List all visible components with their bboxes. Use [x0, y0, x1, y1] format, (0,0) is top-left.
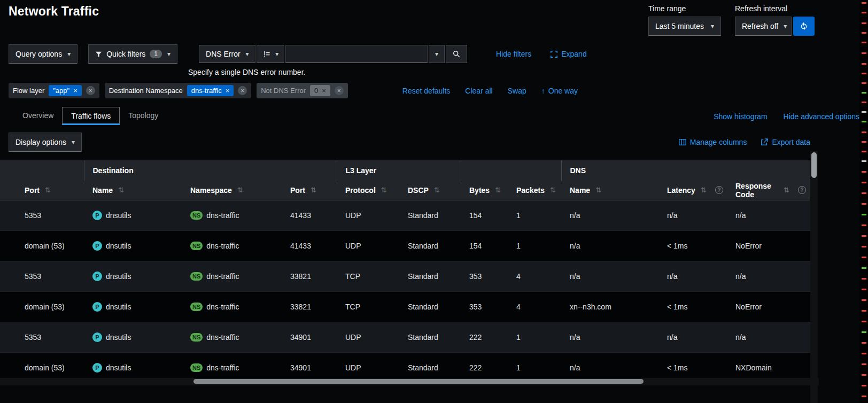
refresh-button[interactable] — [793, 17, 815, 36]
sort-icon[interactable]: ⇅ — [701, 186, 707, 194]
sort-icon[interactable]: ⇅ — [595, 186, 601, 194]
chevron-down-icon: ▾ — [435, 50, 438, 58]
horizontal-scrollbar-thumb[interactable] — [193, 379, 644, 384]
table-row[interactable]: domain (53) Pdnsutils NSdns-traffic 4143… — [0, 230, 810, 261]
namespace-badge: NS — [190, 242, 203, 250]
refresh-interval-dropdown[interactable]: Refresh off ▾ — [735, 17, 792, 36]
page-title: Network Traffic — [9, 4, 99, 36]
column-header-packets[interactable]: Packets⇅ — [508, 181, 561, 200]
namespace-badge: NS — [190, 303, 203, 311]
chevron-down-icon: ▾ — [162, 50, 170, 58]
pod-badge: P — [92, 363, 102, 373]
clear-all-link[interactable]: Clear all — [465, 87, 492, 95]
chip-group-remove-icon[interactable]: × — [86, 86, 95, 95]
chip-remove-icon[interactable]: × — [226, 87, 230, 94]
one-way-link[interactable]: ↑ One way — [541, 87, 578, 95]
sort-icon[interactable]: ⇅ — [434, 186, 440, 194]
vertical-scrollbar[interactable] — [810, 151, 818, 403]
reset-defaults-link[interactable]: Reset defaults — [402, 87, 451, 95]
hide-advanced-options-link[interactable]: Hide advanced options — [784, 112, 859, 121]
chevron-down-icon: ▾ — [62, 50, 71, 58]
chip-remove-icon[interactable]: × — [73, 87, 78, 94]
sort-icon[interactable]: ⇅ — [311, 186, 316, 194]
manage-columns-link[interactable]: Manage columns — [679, 138, 747, 146]
table-row[interactable]: 5353 Pdnsutils NSdns-traffic 34901 UDP S… — [0, 322, 810, 352]
chevron-down-icon: ▾ — [778, 22, 787, 30]
chip-group-not-dns-error: Not DNS Error 0 × × — [257, 83, 348, 98]
tabs-row: Overview Traffic flows Topology Show his… — [0, 98, 868, 125]
tab-overview[interactable]: Overview — [14, 107, 62, 125]
chevron-down-icon: ▾ — [241, 50, 249, 58]
sort-icon[interactable]: ⇅ — [550, 186, 556, 194]
filter-chip[interactable]: dns-traffic × — [187, 85, 234, 96]
chip-remove-icon[interactable]: × — [322, 87, 326, 94]
filter-suggestions-dropdown[interactable]: ▾ — [429, 45, 445, 63]
comparator-dropdown[interactable]: != ▾ — [257, 45, 284, 63]
refresh-interval-label: Refresh interval — [735, 4, 815, 13]
group-header-dns: DNS — [561, 160, 810, 181]
chevron-down-icon: ▾ — [66, 138, 75, 146]
filter-chip[interactable]: 0 × — [310, 85, 330, 96]
column-header-dns-latency[interactable]: Latency⇅? — [658, 181, 727, 200]
column-header-dst-namespace[interactable]: Namespace⇅ — [182, 181, 282, 200]
vertical-scrollbar-thumb[interactable] — [811, 152, 817, 178]
pod-badge: P — [92, 211, 102, 220]
time-range-dropdown[interactable]: Last 5 minutes ▾ — [648, 17, 721, 36]
sort-icon[interactable]: ⇅ — [118, 186, 124, 194]
help-icon[interactable]: ? — [798, 186, 806, 194]
filter-chip[interactable]: "app" × — [49, 85, 82, 96]
hide-filters-link[interactable]: Hide filters — [496, 50, 531, 58]
tab-topology[interactable]: Topology — [120, 107, 167, 125]
chevron-down-icon: ▾ — [270, 50, 278, 58]
sort-icon[interactable]: ⇅ — [381, 186, 387, 194]
chip-group-destination-namespace: Destination Namespace dns-traffic × × — [105, 83, 251, 98]
flows-table: Destination L3 Layer DNS Port⇅ Name⇅ Nam… — [0, 160, 810, 383]
table-toolbar: Display options ▾ Manage columns Export … — [0, 125, 868, 152]
column-header-dscp[interactable]: DSCP⇅ — [399, 181, 461, 200]
help-icon[interactable]: ? — [715, 186, 723, 194]
export-data-link[interactable]: Export data — [761, 138, 810, 146]
network-traffic-page: Network Traffic Time range Last 5 minute… — [0, 0, 868, 403]
swap-link[interactable]: Swap — [508, 87, 526, 95]
table-row[interactable]: 5353 Pdnsutils NSdns-traffic 41433 UDP S… — [0, 200, 810, 230]
filter-value-input[interactable] — [285, 45, 428, 63]
pod-badge: P — [92, 302, 102, 312]
export-icon — [761, 138, 768, 146]
annotation-ruler — [859, 0, 868, 403]
sort-icon[interactable]: ⇅ — [237, 186, 243, 194]
expand-link[interactable]: Expand — [551, 50, 586, 58]
table-row[interactable]: domain (53) Pdnsutils NSdns-traffic 3382… — [0, 291, 810, 322]
display-options-dropdown[interactable]: Display options ▾ — [9, 133, 82, 152]
sort-icon[interactable]: ⇅ — [495, 186, 501, 194]
arrow-up-icon: ↑ — [541, 87, 545, 95]
group-header-l3-layer: L3 Layer — [337, 160, 461, 181]
column-header-bytes[interactable]: Bytes⇅ — [461, 181, 508, 200]
column-header-dns-response-code[interactable]: Response Code⇅? — [727, 181, 810, 200]
quick-filters-dropdown[interactable]: Quick filters 1 ▾ — [88, 44, 177, 64]
search-button[interactable] — [446, 45, 467, 63]
tab-traffic-flows[interactable]: Traffic flows — [62, 107, 120, 125]
column-header-src-port[interactable]: Port⇅ — [0, 181, 84, 200]
chip-group-remove-icon[interactable]: × — [335, 86, 344, 95]
show-histogram-link[interactable]: Show histogram — [714, 112, 767, 121]
sort-icon[interactable]: ⇅ — [45, 186, 51, 194]
namespace-badge: NS — [190, 333, 203, 342]
expand-icon — [551, 51, 557, 58]
column-header-row: Port⇅ Name⇅ Namespace⇅ Port⇅ Protocol⇅ D… — [0, 181, 810, 200]
chevron-down-icon: ▾ — [706, 22, 714, 30]
column-header-dst-name[interactable]: Name⇅ — [84, 181, 182, 200]
horizontal-scrollbar[interactable] — [0, 378, 819, 385]
sort-icon[interactable]: ⇅ — [784, 186, 789, 194]
filter-field-dropdown[interactable]: DNS Error ▾ — [199, 45, 255, 63]
table-row[interactable]: 5353 Pdnsutils NSdns-traffic 33821 TCP S… — [0, 261, 810, 291]
column-header-protocol[interactable]: Protocol⇅ — [337, 181, 399, 200]
chip-group-flow-layer: Flow layer "app" × × — [9, 83, 99, 98]
column-header-dst-port[interactable]: Port⇅ — [282, 181, 337, 200]
pod-badge: P — [92, 332, 102, 342]
filter-helper-text: Specify a single DNS error number. — [188, 68, 868, 76]
namespace-badge: NS — [190, 363, 203, 372]
column-header-dns-name[interactable]: Name⇅ — [561, 181, 658, 200]
filter-icon — [95, 51, 102, 58]
query-options-dropdown[interactable]: Query options ▾ — [9, 44, 78, 64]
chip-group-remove-icon[interactable]: × — [238, 86, 247, 95]
